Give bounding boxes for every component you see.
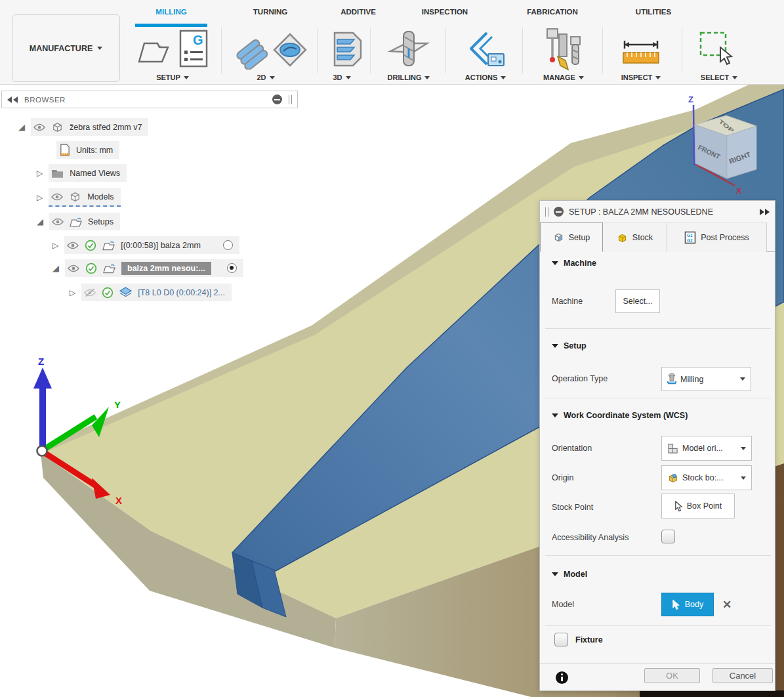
accessibility-label: Accessibility Analysis xyxy=(552,533,629,542)
accessibility-checkbox[interactable] xyxy=(661,530,675,543)
tab-inspection[interactable]: INSPECTION xyxy=(409,5,481,18)
eye-visible-icon[interactable] xyxy=(52,217,64,226)
panel-drag-handle[interactable] xyxy=(289,95,292,104)
eye-visible-icon[interactable] xyxy=(68,264,79,273)
tab-stock-label: Stock xyxy=(632,233,653,242)
ok-button[interactable]: OK xyxy=(644,668,700,683)
eye-visible-icon[interactable] xyxy=(67,241,79,250)
section-collapse-icon[interactable] xyxy=(552,572,558,576)
origin-dropdown[interactable]: Stock bo:... xyxy=(661,465,752,490)
tab-turning[interactable]: TURNING xyxy=(234,5,306,18)
chevron-down-icon xyxy=(741,476,746,480)
operation-type-value: Milling xyxy=(680,375,703,384)
setup-compare-radio-selected[interactable] xyxy=(227,263,237,273)
machine-select-button[interactable]: Select... xyxy=(615,289,660,313)
dialog-titlebar[interactable]: SETUP : BALZA 2MM NESOUSLEDNE xyxy=(540,201,775,222)
orientation-icon xyxy=(667,443,678,454)
tree-row-setups[interactable]: ◢ Setups xyxy=(37,213,120,230)
origin-point xyxy=(37,446,47,456)
tree-row-units[interactable]: Units: mm xyxy=(56,141,119,159)
expanded-triangle-icon[interactable]: ◢ xyxy=(52,264,59,272)
info-icon[interactable] xyxy=(556,671,568,684)
inspect-measure-icon[interactable] xyxy=(621,38,661,68)
section-collapse-icon[interactable] xyxy=(552,344,558,348)
dialog-title: SETUP : BALZA 2MM NESOUSLEDNE xyxy=(569,207,754,217)
tree-row-setup-balza-nesousledne[interactable]: ◢ balza 2mm nesou:... xyxy=(52,259,243,277)
hide-panel-icon[interactable] xyxy=(272,95,282,104)
tree-row-models[interactable]: ▷ Models xyxy=(37,188,121,206)
gcode-setup-sheet-icon[interactable]: G xyxy=(178,29,209,68)
section-collapse-icon[interactable] xyxy=(552,261,558,265)
tree-row-label: [T8 L0 D0 (0:00:24)] 2... xyxy=(138,288,225,297)
expanded-triangle-icon[interactable]: ◢ xyxy=(37,217,43,226)
3d-milling-icon[interactable] xyxy=(327,29,365,70)
group-2d[interactable]: 2D xyxy=(243,72,289,83)
eye-hidden-icon[interactable] xyxy=(84,288,96,297)
model-body-selection-button[interactable]: Body xyxy=(661,593,714,616)
group-3d[interactable]: 3D xyxy=(321,72,363,83)
dialog-collapse-icon[interactable] xyxy=(554,207,564,217)
browser-title: BROWSER xyxy=(24,96,266,104)
tab-post-process-label: Post Process xyxy=(701,233,749,242)
dialog-dock-icon[interactable] xyxy=(760,209,770,215)
group-manage[interactable]: MANAGE xyxy=(533,72,594,83)
collapsed-triangle-icon[interactable]: ▷ xyxy=(70,289,75,297)
operation-type-dropdown[interactable]: Milling xyxy=(661,367,751,391)
group-inspect[interactable]: INSPECT xyxy=(610,72,672,83)
workspace-switcher-button[interactable]: MANUFACTURE xyxy=(12,14,120,82)
tab-additive[interactable]: ADDITIVE xyxy=(322,5,394,18)
orientation-dropdown[interactable]: Model ori... xyxy=(661,436,752,461)
section-collapse-icon[interactable] xyxy=(552,413,558,417)
operation-2d-icon xyxy=(119,287,132,298)
browser-panel-header[interactable]: BROWSER xyxy=(1,91,298,108)
axis-y-label: Y xyxy=(114,399,121,410)
cursor-icon xyxy=(672,599,680,610)
valid-check-icon xyxy=(85,240,96,251)
cancel-button[interactable]: Cancel xyxy=(712,668,773,683)
setup-compare-radio[interactable] xyxy=(223,240,233,250)
tree-row-named-views[interactable]: ▷ Named Views xyxy=(37,164,127,182)
tab-setup[interactable]: Setup xyxy=(540,222,603,252)
dialog-drag-handle[interactable] xyxy=(545,207,548,217)
select-icon[interactable] xyxy=(698,30,737,70)
collapsed-triangle-icon[interactable]: ▷ xyxy=(37,194,43,201)
setup-folder-icon xyxy=(102,240,115,251)
tab-utilities[interactable]: UTILITIES xyxy=(617,5,690,18)
collapsed-triangle-icon[interactable]: ▷ xyxy=(37,169,43,177)
group-drilling[interactable]: DRILLING xyxy=(376,72,442,83)
tab-post-process[interactable]: G1G2 Post Process xyxy=(667,222,767,252)
chevron-down-icon xyxy=(97,47,102,50)
2d-pocket-icon[interactable] xyxy=(272,32,308,68)
tree-row-label: žebra střed 2mm v7 xyxy=(70,123,142,132)
group-select[interactable]: SELECT xyxy=(689,72,749,83)
group-setup[interactable]: SETUP xyxy=(143,72,202,83)
tree-row-setup-balza[interactable]: ▷ [(0:00:58)] balza 2mm xyxy=(52,236,239,254)
setup-icon[interactable] xyxy=(135,32,172,70)
tree-row-root[interactable]: ◢ žebra střed 2mm v7 xyxy=(18,118,148,136)
eye-visible-icon[interactable] xyxy=(33,123,45,132)
manage-tools-icon[interactable] xyxy=(542,28,584,72)
tree-row-label: [(0:00:58)] balza 2mm xyxy=(121,241,201,250)
expanded-triangle-icon[interactable]: ◢ xyxy=(18,123,25,131)
machine-section-header[interactable]: Machine xyxy=(552,259,596,268)
svg-text:G1: G1 xyxy=(687,233,693,238)
fixture-checkbox[interactable] xyxy=(554,633,568,646)
stock-point-button[interactable]: Box Point xyxy=(661,494,735,518)
actions-simulate-icon[interactable] xyxy=(467,30,506,71)
active-tab-underline xyxy=(135,24,207,27)
eye-visible-icon[interactable] xyxy=(51,192,63,201)
collapsed-triangle-icon[interactable]: ▷ xyxy=(52,242,58,249)
tab-fabrication[interactable]: FABRICATION xyxy=(516,5,588,18)
tree-row-operation[interactable]: ▷ [T8 L0 D0 (0:00:24)] 2... xyxy=(70,284,232,301)
tab-stock[interactable]: Stock xyxy=(603,222,667,252)
model-section-header[interactable]: Model xyxy=(552,570,587,579)
origin-label: Origin xyxy=(552,473,573,482)
collapse-panel-icon[interactable] xyxy=(7,96,18,103)
drilling-icon[interactable] xyxy=(388,29,430,75)
tab-milling[interactable]: MILLING xyxy=(134,5,208,18)
clear-selection-icon[interactable]: ✕ xyxy=(722,598,732,612)
wcs-section-header[interactable]: Work Coordinate System (WCS) xyxy=(552,411,688,420)
2d-adaptive-icon[interactable] xyxy=(230,29,270,70)
setup-section-header[interactable]: Setup xyxy=(552,341,587,350)
group-actions[interactable]: ACTIONS xyxy=(454,72,517,83)
